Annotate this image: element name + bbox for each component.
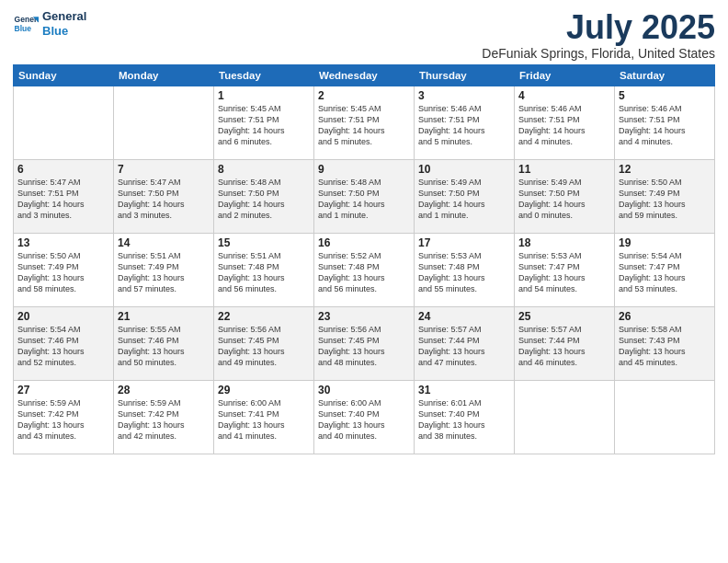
calendar-cell: 24Sunrise: 5:57 AM Sunset: 7:44 PM Dayli… bbox=[415, 306, 515, 380]
day-info: Sunrise: 5:46 AM Sunset: 7:51 PM Dayligh… bbox=[518, 103, 610, 148]
day-number: 26 bbox=[619, 310, 711, 323]
calendar-cell: 5Sunrise: 5:46 AM Sunset: 7:51 PM Daylig… bbox=[615, 86, 715, 159]
day-number: 17 bbox=[418, 236, 510, 249]
day-number: 10 bbox=[418, 163, 510, 176]
day-info: Sunrise: 5:49 AM Sunset: 7:50 PM Dayligh… bbox=[418, 177, 510, 222]
day-info: Sunrise: 5:50 AM Sunset: 7:49 PM Dayligh… bbox=[619, 177, 711, 222]
day-info: Sunrise: 5:56 AM Sunset: 7:45 PM Dayligh… bbox=[218, 324, 310, 369]
month-title: July 2025 bbox=[482, 9, 715, 46]
day-info: Sunrise: 5:54 AM Sunset: 7:47 PM Dayligh… bbox=[619, 250, 711, 295]
calendar-cell bbox=[615, 380, 715, 454]
day-info: Sunrise: 5:57 AM Sunset: 7:44 PM Dayligh… bbox=[518, 324, 610, 369]
day-info: Sunrise: 5:51 AM Sunset: 7:48 PM Dayligh… bbox=[218, 250, 310, 295]
day-number: 23 bbox=[318, 310, 410, 323]
calendar-week-1: 1Sunrise: 5:45 AM Sunset: 7:51 PM Daylig… bbox=[14, 86, 715, 159]
day-info: Sunrise: 5:57 AM Sunset: 7:44 PM Dayligh… bbox=[418, 324, 510, 369]
weekday-header-wednesday: Wednesday bbox=[314, 64, 415, 86]
calendar-cell: 6Sunrise: 5:47 AM Sunset: 7:51 PM Daylig… bbox=[14, 159, 114, 233]
calendar-cell: 19Sunrise: 5:54 AM Sunset: 7:47 PM Dayli… bbox=[615, 233, 715, 306]
calendar-cell bbox=[515, 380, 615, 454]
calendar-week-3: 13Sunrise: 5:50 AM Sunset: 7:49 PM Dayli… bbox=[14, 233, 715, 306]
calendar-cell: 26Sunrise: 5:58 AM Sunset: 7:43 PM Dayli… bbox=[615, 306, 715, 380]
calendar-cell: 29Sunrise: 6:00 AM Sunset: 7:41 PM Dayli… bbox=[214, 380, 314, 454]
day-info: Sunrise: 5:58 AM Sunset: 7:43 PM Dayligh… bbox=[619, 324, 711, 369]
day-number: 29 bbox=[218, 384, 310, 396]
day-info: Sunrise: 6:00 AM Sunset: 7:40 PM Dayligh… bbox=[318, 397, 410, 442]
calendar-cell: 9Sunrise: 5:48 AM Sunset: 7:50 PM Daylig… bbox=[314, 159, 415, 233]
calendar-cell: 27Sunrise: 5:59 AM Sunset: 7:42 PM Dayli… bbox=[14, 380, 114, 454]
day-number: 30 bbox=[318, 384, 410, 396]
day-info: Sunrise: 5:49 AM Sunset: 7:50 PM Dayligh… bbox=[518, 177, 610, 222]
day-number: 20 bbox=[17, 310, 109, 323]
day-number: 8 bbox=[218, 163, 310, 176]
day-number: 25 bbox=[518, 310, 610, 323]
day-info: Sunrise: 6:01 AM Sunset: 7:40 PM Dayligh… bbox=[418, 397, 510, 442]
weekday-header-saturday: Saturday bbox=[615, 64, 715, 86]
day-number: 19 bbox=[619, 236, 711, 249]
calendar-cell: 11Sunrise: 5:49 AM Sunset: 7:50 PM Dayli… bbox=[515, 159, 615, 233]
day-number: 28 bbox=[118, 384, 210, 396]
calendar-week-5: 27Sunrise: 5:59 AM Sunset: 7:42 PM Dayli… bbox=[14, 380, 715, 454]
day-number: 5 bbox=[619, 89, 711, 102]
calendar-cell: 31Sunrise: 6:01 AM Sunset: 7:40 PM Dayli… bbox=[415, 380, 515, 454]
day-number: 15 bbox=[218, 236, 310, 249]
calendar-cell: 25Sunrise: 5:57 AM Sunset: 7:44 PM Dayli… bbox=[515, 306, 615, 380]
svg-text:Blue: Blue bbox=[15, 23, 32, 32]
day-info: Sunrise: 5:52 AM Sunset: 7:48 PM Dayligh… bbox=[318, 250, 410, 295]
day-info: Sunrise: 5:47 AM Sunset: 7:51 PM Dayligh… bbox=[17, 177, 109, 222]
calendar-cell: 3Sunrise: 5:46 AM Sunset: 7:51 PM Daylig… bbox=[415, 86, 515, 159]
calendar-cell: 1Sunrise: 5:45 AM Sunset: 7:51 PM Daylig… bbox=[214, 86, 314, 159]
logo-icon: General Blue bbox=[13, 11, 39, 37]
calendar-week-2: 6Sunrise: 5:47 AM Sunset: 7:51 PM Daylig… bbox=[14, 159, 715, 233]
day-number: 13 bbox=[17, 236, 109, 249]
calendar-week-4: 20Sunrise: 5:54 AM Sunset: 7:46 PM Dayli… bbox=[14, 306, 715, 380]
calendar-cell: 16Sunrise: 5:52 AM Sunset: 7:48 PM Dayli… bbox=[314, 233, 415, 306]
calendar-cell: 4Sunrise: 5:46 AM Sunset: 7:51 PM Daylig… bbox=[515, 86, 615, 159]
calendar-cell: 18Sunrise: 5:53 AM Sunset: 7:47 PM Dayli… bbox=[515, 233, 615, 306]
day-info: Sunrise: 5:59 AM Sunset: 7:42 PM Dayligh… bbox=[17, 397, 109, 442]
day-number: 7 bbox=[118, 163, 210, 176]
calendar-cell: 17Sunrise: 5:53 AM Sunset: 7:48 PM Dayli… bbox=[415, 233, 515, 306]
day-number: 6 bbox=[17, 163, 109, 176]
day-info: Sunrise: 5:51 AM Sunset: 7:49 PM Dayligh… bbox=[118, 250, 210, 295]
weekday-header-row: SundayMondayTuesdayWednesdayThursdayFrid… bbox=[14, 64, 715, 86]
day-info: Sunrise: 5:55 AM Sunset: 7:46 PM Dayligh… bbox=[118, 324, 210, 369]
day-info: Sunrise: 5:56 AM Sunset: 7:45 PM Dayligh… bbox=[318, 324, 410, 369]
day-number: 24 bbox=[418, 310, 510, 323]
logo: General Blue General Blue bbox=[13, 9, 86, 38]
day-number: 1 bbox=[218, 89, 310, 102]
calendar-cell: 22Sunrise: 5:56 AM Sunset: 7:45 PM Dayli… bbox=[214, 306, 314, 380]
day-number: 14 bbox=[118, 236, 210, 249]
day-number: 3 bbox=[418, 89, 510, 102]
day-info: Sunrise: 5:46 AM Sunset: 7:51 PM Dayligh… bbox=[619, 103, 711, 148]
calendar-cell: 12Sunrise: 5:50 AM Sunset: 7:49 PM Dayli… bbox=[615, 159, 715, 233]
svg-text:General: General bbox=[15, 14, 39, 23]
day-info: Sunrise: 6:00 AM Sunset: 7:41 PM Dayligh… bbox=[218, 397, 310, 442]
calendar-cell: 10Sunrise: 5:49 AM Sunset: 7:50 PM Dayli… bbox=[415, 159, 515, 233]
day-number: 31 bbox=[418, 384, 510, 396]
day-number: 9 bbox=[318, 163, 410, 176]
weekday-header-tuesday: Tuesday bbox=[214, 64, 314, 86]
day-info: Sunrise: 5:46 AM Sunset: 7:51 PM Dayligh… bbox=[418, 103, 510, 148]
weekday-header-friday: Friday bbox=[515, 64, 615, 86]
calendar-cell: 28Sunrise: 5:59 AM Sunset: 7:42 PM Dayli… bbox=[114, 380, 214, 454]
weekday-header-sunday: Sunday bbox=[14, 64, 114, 86]
calendar-cell: 14Sunrise: 5:51 AM Sunset: 7:49 PM Dayli… bbox=[114, 233, 214, 306]
day-info: Sunrise: 5:45 AM Sunset: 7:51 PM Dayligh… bbox=[218, 103, 310, 148]
day-info: Sunrise: 5:45 AM Sunset: 7:51 PM Dayligh… bbox=[318, 103, 410, 148]
weekday-header-thursday: Thursday bbox=[415, 64, 515, 86]
calendar-cell: 13Sunrise: 5:50 AM Sunset: 7:49 PM Dayli… bbox=[14, 233, 114, 306]
day-info: Sunrise: 5:53 AM Sunset: 7:47 PM Dayligh… bbox=[518, 250, 610, 295]
day-number: 22 bbox=[218, 310, 310, 323]
day-number: 18 bbox=[518, 236, 610, 249]
calendar-cell bbox=[14, 86, 114, 159]
day-number: 27 bbox=[17, 384, 109, 396]
calendar-cell: 8Sunrise: 5:48 AM Sunset: 7:50 PM Daylig… bbox=[214, 159, 314, 233]
calendar-cell bbox=[114, 86, 214, 159]
day-number: 2 bbox=[318, 89, 410, 102]
calendar-cell: 15Sunrise: 5:51 AM Sunset: 7:48 PM Dayli… bbox=[214, 233, 314, 306]
calendar-cell: 20Sunrise: 5:54 AM Sunset: 7:46 PM Dayli… bbox=[14, 306, 114, 380]
logo-text-line2: Blue bbox=[42, 24, 86, 39]
calendar-cell: 30Sunrise: 6:00 AM Sunset: 7:40 PM Dayli… bbox=[314, 380, 415, 454]
calendar-body: 1Sunrise: 5:45 AM Sunset: 7:51 PM Daylig… bbox=[14, 86, 715, 454]
